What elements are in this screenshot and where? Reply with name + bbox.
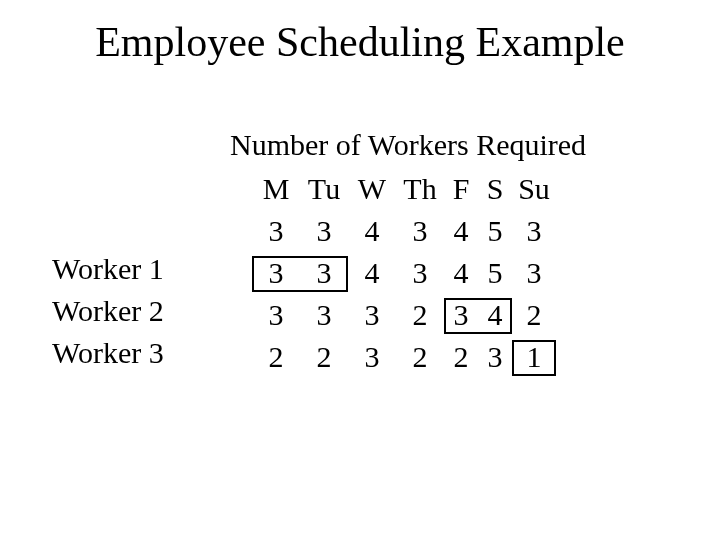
cell: 5 (478, 210, 512, 252)
row-label-worker3: Worker 3 (52, 336, 164, 370)
cell: 3 (252, 210, 300, 252)
cell: 2 (252, 336, 300, 378)
cell: 3 (396, 252, 444, 294)
cell: 3 (444, 294, 478, 336)
header-tu: Tu (300, 168, 348, 210)
header-f: F (444, 168, 478, 210)
table-row: 3 3 3 2 3 4 2 (252, 294, 556, 336)
cell: 3 (348, 294, 396, 336)
cell: 2 (512, 294, 556, 336)
cell: 4 (348, 210, 396, 252)
cell: 3 (300, 294, 348, 336)
header-w: W (348, 168, 396, 210)
cell: 3 (300, 252, 348, 294)
table-header-row: M Tu W Th F S Su (252, 168, 556, 210)
row-label-worker2: Worker 2 (52, 294, 164, 328)
cell: 2 (396, 336, 444, 378)
row-label-worker1: Worker 1 (52, 252, 164, 286)
header-s: S (478, 168, 512, 210)
table-caption: Number of Workers Required (230, 128, 586, 162)
header-m: M (252, 168, 300, 210)
cell: 3 (252, 294, 300, 336)
cell: 4 (348, 252, 396, 294)
header-su: Su (512, 168, 556, 210)
table-row: 3 3 4 3 4 5 3 (252, 252, 556, 294)
table-row: 2 2 3 2 2 3 1 (252, 336, 556, 378)
cell: 2 (396, 294, 444, 336)
cell: 2 (444, 336, 478, 378)
cell: 1 (512, 336, 556, 378)
cell: 3 (512, 210, 556, 252)
cell: 3 (478, 336, 512, 378)
cell: 3 (512, 252, 556, 294)
cell: 3 (300, 210, 348, 252)
cell: 4 (478, 294, 512, 336)
cell: 3 (252, 252, 300, 294)
header-th: Th (396, 168, 444, 210)
cell: 4 (444, 210, 478, 252)
cell: 5 (478, 252, 512, 294)
cell: 4 (444, 252, 478, 294)
slide-title: Employee Scheduling Example (0, 18, 720, 66)
cell: 3 (348, 336, 396, 378)
cell: 2 (300, 336, 348, 378)
cell: 3 (396, 210, 444, 252)
table-row: 3 3 4 3 4 5 3 (252, 210, 556, 252)
schedule-table: M Tu W Th F S Su 3 3 4 3 4 5 3 3 3 4 3 4… (252, 168, 556, 378)
slide: Employee Scheduling Example Number of Wo… (0, 0, 720, 540)
